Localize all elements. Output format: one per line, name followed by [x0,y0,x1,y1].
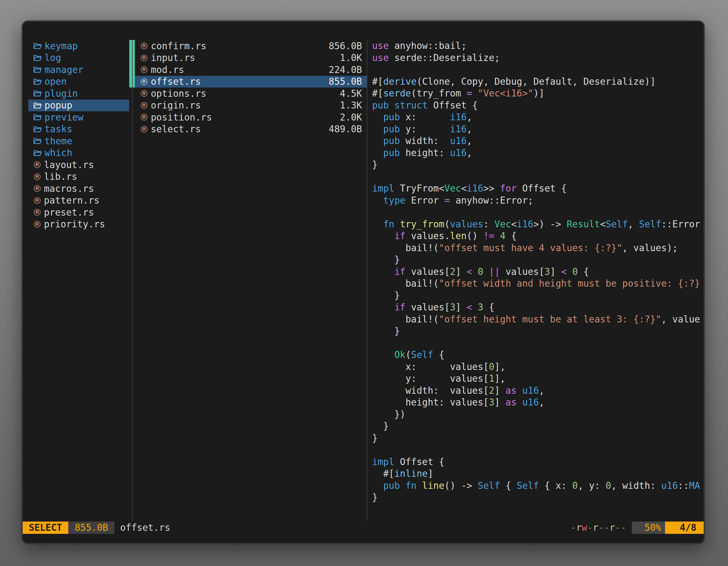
file-name: options.rs [151,88,206,99]
code-line: use serde::Deserialize; [372,52,704,64]
code-line: } [372,492,704,504]
file-name: plugin [44,88,78,99]
rust-file-icon [140,125,148,133]
code-preview-pane[interactable]: use anyhow::bail;use serde::Deserialize;… [372,40,704,527]
folder-icon [33,53,42,62]
rust-file-icon [140,113,148,121]
scroll-percent-badge: 50% [632,522,665,534]
rust-file-icon [33,196,41,205]
file-name: preview [44,112,83,123]
file-manager-window: keymaplogmanageropenpluginpopuppreviewta… [22,21,704,544]
file-row-log[interactable]: log [28,52,129,64]
file-row-which[interactable]: which [28,147,129,159]
code-line: height: values[3] as u16, [372,396,704,408]
file-name: confirm.rs [151,41,206,51]
folder-icon [33,41,42,50]
file-name: origin.rs [151,100,201,111]
file-row-lib.rs[interactable]: lib.rs [28,171,129,183]
file-size: 2.0K [340,112,362,123]
code-line: } [372,290,704,302]
code-line: width: values[2] as u16, [372,385,704,397]
file-size: 1.3K [340,100,362,111]
code-line: } [372,254,704,266]
file-row-popup[interactable]: popup [28,100,129,112]
file-name: priority.rs [44,219,105,230]
code-line: } [372,325,704,337]
code-line: y: values[1], [372,373,704,385]
file-row-tasks[interactable]: tasks [28,123,129,135]
code-line: pub x: i16, [372,111,704,123]
rust-file-icon [140,54,148,62]
file-name: preset.rs [44,207,94,218]
rust-file-icon [33,161,41,169]
file-size-badge: 855.0B [68,522,114,534]
rust-file-icon [33,184,41,193]
file-size: 224.0B [329,64,362,75]
code-line: if values[3] < 3 { [372,301,704,313]
file-name: input.rs [151,52,195,63]
file-row-keymap[interactable]: keymap [28,40,129,52]
folder-icon [33,137,42,146]
code-line: pub height: u16, [372,147,704,159]
code-line: bail!("offset width and height must be p… [372,278,704,290]
file-name: open [44,76,67,87]
rust-file-icon [33,208,41,217]
code-line: impl Offset { [372,456,704,468]
folder-icon [33,77,42,86]
file-row-origin.rs[interactable]: origin.rs1.3K [135,100,367,112]
file-name: tasks [44,124,72,135]
code-line: Ok(Self { [372,349,704,361]
file-row-options.rs[interactable]: options.rs4.5K [135,88,367,100]
code-line: if values.len() != 4 { [372,230,704,242]
file-row-offset.rs[interactable]: offset.rs855.0B [135,76,367,88]
code-line: } [372,159,704,171]
file-row-manager[interactable]: manager [28,64,129,76]
file-row-preview[interactable]: preview [28,111,129,123]
code-line: fn try_from(values: Vec<i16>) -> Result<… [372,219,704,231]
code-line: bail!("offset height must be at least 3:… [372,313,704,325]
file-name: position.rs [151,112,212,123]
code-line: }) [372,408,704,420]
file-row-mod.rs[interactable]: mod.rs224.0B [135,64,367,76]
file-row-select.rs[interactable]: select.rs489.0B [135,123,367,135]
file-name: layout.rs [44,159,94,170]
file-row-preset.rs[interactable]: preset.rs [28,206,129,219]
file-row-input.rs[interactable]: input.rs1.0K [135,52,367,64]
folder-icon [33,65,42,74]
status-filename: offset.rs [120,522,170,533]
code-line: impl TryFrom<Vec<i16>> for Offset { [372,183,704,195]
file-size: 855.0B [329,76,362,87]
file-row-macros.rs[interactable]: macros.rs [28,183,129,195]
file-row-priority.rs[interactable]: priority.rs [28,219,129,231]
file-row-open[interactable]: open [28,76,129,88]
current-pane-file-list[interactable]: confirm.rs856.0Binput.rs1.0Kmod.rs224.0B… [135,40,367,135]
code-line: #[derive(Clone, Copy, Debug, Default, De… [372,76,704,88]
file-name: select.rs [151,124,201,135]
code-line: #[inline] [372,468,704,480]
code-line: #[serde(try_from = "Vec<i16>")] [372,88,704,100]
code-line: pub width: u16, [372,135,704,147]
file-name: which [44,147,72,158]
code-line [372,444,704,456]
code-line: bail!("offset must have 4 values: {:?}",… [372,242,704,254]
code-line: pub y: i16, [372,123,704,135]
code-line: pub fn line() -> Self { Self { x: 0, y: … [372,480,704,492]
file-row-pattern.rs[interactable]: pattern.rs [28,195,129,207]
file-name: log [44,52,61,63]
file-row-theme[interactable]: theme [28,135,129,147]
folder-icon [33,89,42,98]
file-name: offset.rs [151,76,201,87]
parent-pane-file-list[interactable]: keymaplogmanageropenpluginpopuppreviewta… [28,40,129,230]
code-line [372,64,704,76]
file-permissions: -rw-r--r-- [570,522,626,533]
file-row-position.rs[interactable]: position.rs2.0K [135,111,367,123]
file-name: popup [44,100,72,111]
file-row-confirm.rs[interactable]: confirm.rs856.0B [135,40,367,52]
file-row-plugin[interactable]: plugin [28,88,129,100]
file-row-layout.rs[interactable]: layout.rs [28,159,129,171]
file-name: theme [44,136,72,147]
code-line: if values[2] < 0 || values[3] < 0 { [372,266,704,278]
file-size: 489.0B [329,124,362,135]
file-name: lib.rs [44,171,77,182]
rust-file-icon [140,42,148,50]
